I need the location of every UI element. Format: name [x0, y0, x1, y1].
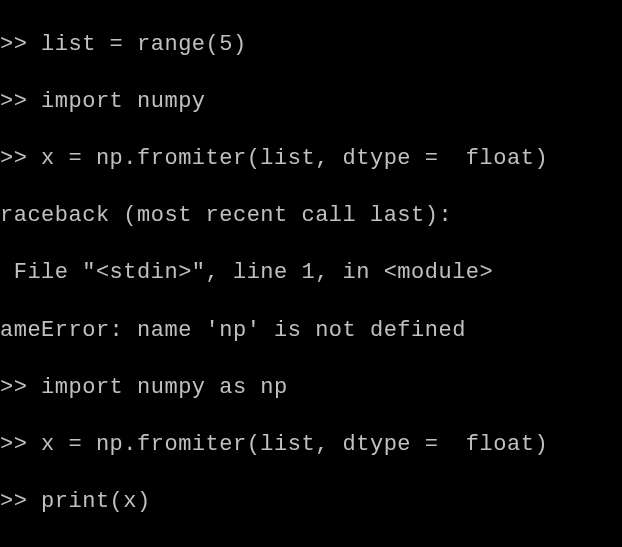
terminal-line: >> print(x) — [0, 488, 622, 517]
terminal-line: >> x = np.fromiter(list, dtype = float) — [0, 431, 622, 460]
terminal-line: File "<stdin>", line 1, in <module> — [0, 259, 622, 288]
terminal-line: >> import numpy as np — [0, 374, 622, 403]
terminal-line: >> import numpy — [0, 88, 622, 117]
terminal-output[interactable]: >> list = range(5) >> import numpy >> x … — [0, 0, 622, 547]
terminal-line: ameError: name 'np' is not defined — [0, 317, 622, 346]
terminal-line: >> list = range(5) — [0, 31, 622, 60]
terminal-line: raceback (most recent call last): — [0, 202, 622, 231]
terminal-line: >> x = np.fromiter(list, dtype = float) — [0, 145, 622, 174]
